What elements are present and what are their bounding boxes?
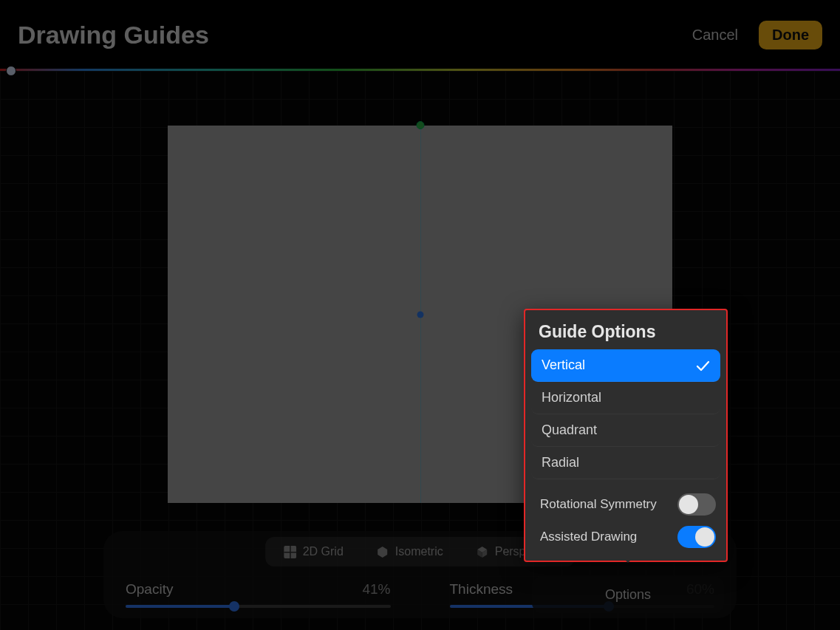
assisted-drawing-row: Assisted Drawing bbox=[530, 521, 722, 553]
mode-isometric[interactable]: Isometric bbox=[360, 539, 460, 564]
option-quadrant[interactable]: Quadrant bbox=[531, 414, 720, 447]
opacity-track[interactable] bbox=[126, 605, 391, 608]
options-button[interactable]: Options bbox=[605, 587, 651, 603]
hue-slider-handle[interactable] bbox=[6, 66, 16, 76]
grid-icon bbox=[284, 546, 296, 558]
option-horizontal-label: Horizontal bbox=[542, 390, 601, 405]
header: Drawing Guides Cancel Done bbox=[0, 0, 840, 69]
option-quadrant-label: Quadrant bbox=[542, 422, 597, 438]
opacity-slider[interactable]: Opacity 41% bbox=[126, 581, 391, 608]
option-radial-label: Radial bbox=[542, 455, 579, 470]
options-button-container: Options bbox=[532, 576, 724, 613]
done-button[interactable]: Done bbox=[759, 21, 822, 49]
isometric-icon bbox=[376, 546, 389, 558]
thickness-label: Thickness bbox=[450, 581, 513, 598]
opacity-label: Opacity bbox=[126, 581, 173, 598]
rotational-symmetry-toggle[interactable] bbox=[677, 493, 716, 516]
assisted-drawing-toggle[interactable] bbox=[677, 526, 716, 548]
opacity-thumb[interactable] bbox=[229, 601, 239, 612]
guide-top-handle[interactable] bbox=[416, 121, 424, 129]
popover-title: Guide Options bbox=[530, 316, 722, 349]
check-icon bbox=[695, 358, 710, 373]
mode-2d-grid-label: 2D Grid bbox=[303, 545, 344, 558]
assisted-drawing-label: Assisted Drawing bbox=[540, 530, 637, 544]
page-title: Drawing Guides bbox=[18, 21, 209, 49]
mode-2d-grid[interactable]: 2D Grid bbox=[267, 539, 360, 564]
rotational-symmetry-label: Rotational Symmetry bbox=[540, 497, 657, 512]
svg-rect-2 bbox=[290, 546, 291, 558]
option-horizontal[interactable]: Horizontal bbox=[531, 382, 720, 414]
hue-slider-track[interactable] bbox=[0, 69, 840, 71]
mode-isometric-label: Isometric bbox=[395, 545, 443, 558]
guide-center-handle[interactable] bbox=[417, 311, 423, 318]
opacity-value: 41% bbox=[362, 581, 390, 598]
perspective-icon bbox=[476, 546, 488, 558]
option-vertical-label: Vertical bbox=[542, 357, 585, 373]
option-radial[interactable]: Radial bbox=[531, 447, 720, 479]
rotational-symmetry-row: Rotational Symmetry bbox=[530, 488, 722, 521]
cancel-button[interactable]: Cancel bbox=[692, 27, 738, 44]
svg-marker-3 bbox=[378, 547, 387, 558]
guide-options-popover: Guide Options Vertical Horizontal Quadra… bbox=[524, 309, 728, 562]
option-vertical[interactable]: Vertical bbox=[531, 349, 720, 382]
